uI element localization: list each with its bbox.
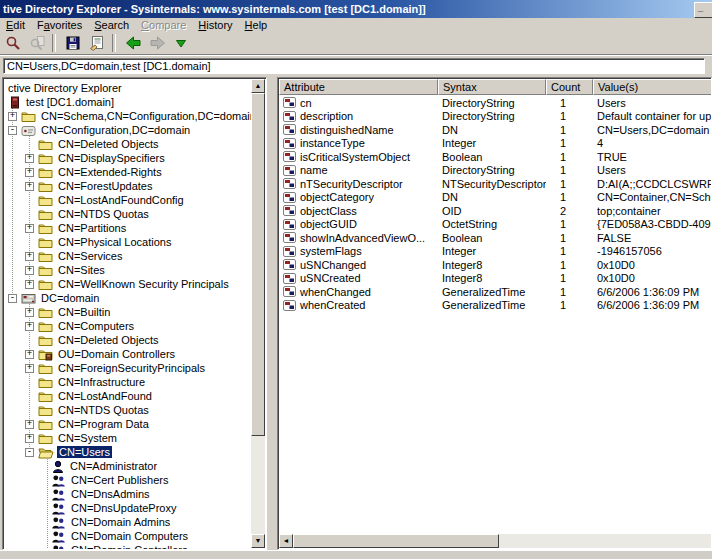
tree-item-cn-infrastructure[interactable]: CN=Infrastructure bbox=[4, 375, 252, 389]
tree-item-cn-dnsadmins[interactable]: CN=DnsAdmins bbox=[4, 487, 252, 501]
expand-icon[interactable]: + bbox=[25, 364, 34, 373]
menu-search[interactable]: Search bbox=[88, 19, 135, 31]
tree-item-test-dc1-domain[interactable]: test [DC1.domain] bbox=[4, 95, 252, 109]
menu-favorites[interactable]: Favorites bbox=[31, 19, 88, 31]
tree-item-cn-physical-locations[interactable]: CN=Physical Locations bbox=[4, 235, 252, 249]
attribute-row-showinadvancedviewo[interactable]: showInAdvancedViewO...Boolean1FALSE bbox=[279, 231, 712, 245]
tree-item-cn-dnsupdateproxy[interactable]: CN=DnsUpdateProxy bbox=[4, 501, 252, 515]
column-header-attribute[interactable]: Attribute bbox=[279, 79, 438, 95]
expand-icon[interactable]: + bbox=[25, 322, 34, 331]
attribute-row-iscriticalsystemobject[interactable]: isCriticalSystemObjectBoolean1TRUE bbox=[279, 150, 712, 164]
tree-vertical-scrollbar[interactable]: ▲ ▼ bbox=[251, 79, 265, 548]
syntax-cell: OID bbox=[438, 205, 546, 217]
expand-icon[interactable]: + bbox=[25, 420, 34, 429]
scroll-left-icon[interactable]: ◄ bbox=[279, 534, 293, 548]
expand-icon[interactable]: + bbox=[25, 252, 34, 261]
tree-item-cn-configuration-dc-domain[interactable]: -CN=Configuration,DC=domain bbox=[4, 123, 252, 137]
tree-item-cn-users[interactable]: -CN=Users bbox=[4, 445, 252, 459]
folder-icon bbox=[38, 236, 53, 249]
menu-edit[interactable]: Edit bbox=[0, 19, 31, 31]
forward-button[interactable] bbox=[146, 33, 168, 53]
tree-item-cn-builtin[interactable]: +CN=Builtin bbox=[4, 305, 252, 319]
minimize-button[interactable]: _ bbox=[694, 2, 712, 18]
scroll-up-icon[interactable]: ▲ bbox=[251, 79, 265, 93]
path-input[interactable] bbox=[3, 58, 705, 74]
save-button[interactable] bbox=[62, 33, 84, 53]
attribute-row-usnchanged[interactable]: uSNChangedInteger810x10D0 bbox=[279, 258, 712, 272]
attribute-row-objectguid[interactable]: objectGUIDOctetString1{7ED058A3-CBDD-409… bbox=[279, 218, 712, 232]
tree-item-cn-schema-cn-configuration-dc-domain[interactable]: +CN=Schema,CN=Configuration,DC=domain bbox=[4, 109, 252, 123]
column-header-syntax[interactable]: Syntax bbox=[438, 79, 546, 95]
attribute-row-cn[interactable]: cnDirectoryString1Users bbox=[279, 96, 712, 110]
tree-item-cn-ntds-quotas[interactable]: CN=NTDS Quotas bbox=[4, 207, 252, 221]
expand-icon[interactable]: + bbox=[25, 266, 34, 275]
tree-item-cn-domain-admins[interactable]: CN=Domain Admins bbox=[4, 515, 252, 529]
count-cell: 2 bbox=[546, 205, 593, 217]
attribute-row-instancetype[interactable]: instanceTypeInteger14 bbox=[279, 137, 712, 151]
tree-item-dc-domain[interactable]: -DC=domain bbox=[4, 291, 252, 305]
tree-item-ctive-directory-explorer[interactable]: ctive Directory Explorer bbox=[4, 81, 252, 95]
properties-button[interactable] bbox=[86, 33, 108, 53]
back-button[interactable] bbox=[122, 33, 144, 53]
column-header-count[interactable]: Count bbox=[546, 79, 593, 95]
attribute-icon bbox=[283, 178, 296, 189]
collapse-icon[interactable]: - bbox=[8, 126, 17, 135]
tree-item-label: CN=DnsAdmins bbox=[69, 488, 152, 500]
tree-item-cn-domain-controllers[interactable]: CN=Domain Controllers bbox=[4, 543, 252, 550]
expand-icon[interactable]: + bbox=[25, 182, 34, 191]
tree-item-cn-wellknown-security-principals[interactable]: +CN=WellKnown Security Principals bbox=[4, 277, 252, 291]
tree-item-cn-forestupdates[interactable]: +CN=ForestUpdates bbox=[4, 179, 252, 193]
attribute-row-ntsecuritydescriptor[interactable]: nTSecurityDescriptorNTSecurityDescriptor… bbox=[279, 177, 712, 191]
tree-item-cn-lostandfound[interactable]: CN=LostAndFound bbox=[4, 389, 252, 403]
expand-icon[interactable]: + bbox=[25, 308, 34, 317]
attribute-row-description[interactable]: descriptionDirectoryString1Default conta… bbox=[279, 110, 712, 124]
tree-item-cn-services[interactable]: +CN=Services bbox=[4, 249, 252, 263]
tree-item-cn-lostandfoundconfig[interactable]: CN=LostAndFoundConfig bbox=[4, 193, 252, 207]
tree-item-cn-sites[interactable]: +CN=Sites bbox=[4, 263, 252, 277]
tree-item-cn-cert-publishers[interactable]: CN=Cert Publishers bbox=[4, 473, 252, 487]
expand-icon[interactable]: + bbox=[25, 434, 34, 443]
attributes-horizontal-scrollbar[interactable]: ◄ bbox=[279, 534, 712, 548]
attribute-name: instanceType bbox=[300, 137, 365, 149]
collapse-icon[interactable]: - bbox=[8, 294, 17, 303]
attribute-row-objectclass[interactable]: objectClassOID2top;container bbox=[279, 204, 712, 218]
history-dropdown-button[interactable] bbox=[170, 33, 192, 53]
attributes-scrollbar-thumb[interactable] bbox=[293, 534, 499, 548]
expand-icon[interactable]: + bbox=[25, 168, 34, 177]
tree-item-cn-ntds-quotas[interactable]: CN=NTDS Quotas bbox=[4, 403, 252, 417]
tree-item-cn-computers[interactable]: +CN=Computers bbox=[4, 319, 252, 333]
menu-help[interactable]: Help bbox=[239, 19, 274, 31]
tree-item-cn-program-data[interactable]: +CN=Program Data bbox=[4, 417, 252, 431]
expand-icon[interactable]: + bbox=[25, 350, 34, 359]
tree-item-cn-foreignsecurityprincipals[interactable]: +CN=ForeignSecurityPrincipals bbox=[4, 361, 252, 375]
compare-button[interactable] bbox=[26, 33, 48, 53]
attribute-row-usncreated[interactable]: uSNCreatedInteger810x10D0 bbox=[279, 272, 712, 286]
tree-item-cn-system[interactable]: +CN=System bbox=[4, 431, 252, 445]
attribute-row-systemflags[interactable]: systemFlagsInteger1-1946157056 bbox=[279, 245, 712, 259]
expand-icon[interactable]: + bbox=[25, 224, 34, 233]
collapse-icon[interactable]: - bbox=[25, 448, 34, 457]
tree-item-cn-deleted-objects[interactable]: CN=Deleted Objects bbox=[4, 137, 252, 151]
attribute-row-name[interactable]: nameDirectoryString1Users bbox=[279, 164, 712, 178]
scroll-down-icon[interactable]: ▼ bbox=[251, 534, 265, 548]
tree-scrollbar-thumb[interactable] bbox=[251, 93, 265, 436]
attribute-row-distinguishedname[interactable]: distinguishedNameDN1CN=Users,DC=domain bbox=[279, 123, 712, 137]
attribute-row-whenchanged[interactable]: whenChangedGeneralizedTime16/6/2006 1:36… bbox=[279, 285, 712, 299]
expand-icon[interactable]: + bbox=[25, 280, 34, 289]
attribute-row-whencreated[interactable]: whenCreatedGeneralizedTime16/6/2006 1:36… bbox=[279, 299, 712, 313]
tree-item-cn-domain-computers[interactable]: CN=Domain Computers bbox=[4, 529, 252, 543]
connect-button[interactable] bbox=[2, 33, 24, 53]
attribute-row-objectcategory[interactable]: objectCategoryDN1CN=Container,CN=Schema,… bbox=[279, 191, 712, 205]
tree-item-cn-deleted-objects[interactable]: CN=Deleted Objects bbox=[4, 333, 252, 347]
menu-compare[interactable]: Compare bbox=[135, 19, 192, 31]
tree-item-cn-administrator[interactable]: CN=Administrator bbox=[4, 459, 252, 473]
tree-item-cn-extended-rights[interactable]: +CN=Extended-Rights bbox=[4, 165, 252, 179]
tree-item-cn-partitions[interactable]: +CN=Partitions bbox=[4, 221, 252, 235]
expand-icon[interactable]: + bbox=[25, 154, 34, 163]
tree-item-ou-domain-controllers[interactable]: +OU=Domain Controllers bbox=[4, 347, 252, 361]
tree-item-cn-displayspecifiers[interactable]: +CN=DisplaySpecifiers bbox=[4, 151, 252, 165]
expand-icon[interactable]: + bbox=[8, 112, 17, 121]
column-header-value-s[interactable]: Value(s) bbox=[593, 79, 712, 95]
menu-history[interactable]: History bbox=[192, 19, 238, 31]
attribute-icon bbox=[283, 192, 296, 203]
